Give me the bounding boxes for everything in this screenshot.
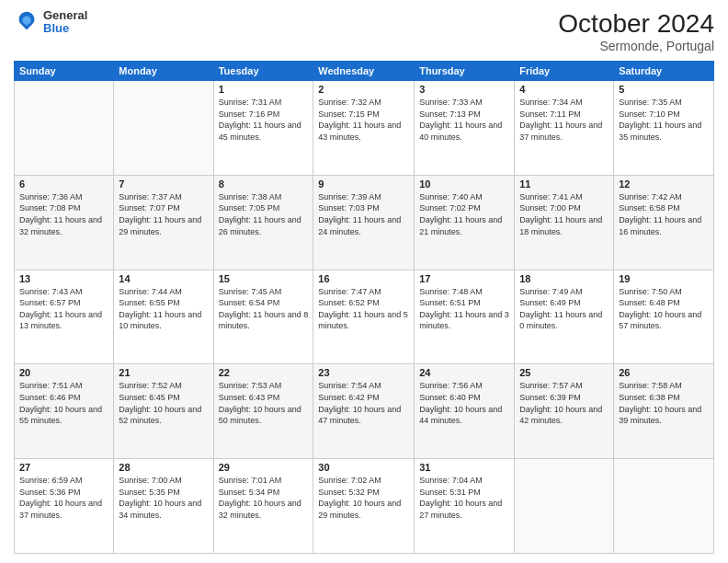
day-number: 8	[219, 178, 309, 190]
cell-1-1: 7Sunrise: 7:37 AM Sunset: 7:07 PM Daylig…	[114, 175, 213, 270]
week-row-3: 20Sunrise: 7:51 AM Sunset: 6:46 PM Dayli…	[15, 364, 714, 459]
cell-2-2: 15Sunrise: 7:45 AM Sunset: 6:54 PM Dayli…	[213, 270, 313, 364]
day-info: Sunrise: 7:31 AM Sunset: 7:16 PM Dayligh…	[219, 97, 309, 143]
logo-blue: Blue	[43, 22, 87, 35]
day-number: 22	[219, 367, 309, 378]
day-info: Sunrise: 7:33 AM Sunset: 7:13 PM Dayligh…	[419, 97, 509, 143]
day-info: Sunrise: 7:58 AM Sunset: 6:38 PM Dayligh…	[619, 380, 709, 426]
col-saturday: Saturday	[614, 62, 714, 81]
day-info: Sunrise: 7:42 AM Sunset: 6:58 PM Dayligh…	[619, 191, 709, 237]
day-number: 27	[19, 462, 108, 473]
day-number: 26	[619, 367, 709, 378]
cell-2-0: 13Sunrise: 7:43 AM Sunset: 6:57 PM Dayli…	[15, 270, 114, 364]
cell-2-5: 18Sunrise: 7:49 AM Sunset: 6:49 PM Dayli…	[515, 270, 614, 364]
day-number: 4	[519, 84, 609, 95]
cell-4-6	[614, 459, 714, 554]
day-number: 23	[318, 367, 409, 378]
day-number: 29	[219, 462, 309, 473]
day-number: 19	[619, 273, 709, 284]
col-friday: Friday	[515, 62, 614, 81]
day-info: Sunrise: 7:00 AM Sunset: 5:35 PM Dayligh…	[119, 475, 208, 521]
col-tuesday: Tuesday	[213, 62, 313, 81]
day-number: 28	[119, 462, 208, 473]
day-info: Sunrise: 7:47 AM Sunset: 6:52 PM Dayligh…	[318, 286, 409, 332]
cell-3-5: 25Sunrise: 7:57 AM Sunset: 6:39 PM Dayli…	[515, 364, 614, 459]
month-title: October 2024	[558, 9, 714, 39]
cell-1-4: 10Sunrise: 7:40 AM Sunset: 7:02 PM Dayli…	[415, 175, 515, 270]
day-number: 30	[318, 462, 409, 473]
cell-4-1: 28Sunrise: 7:00 AM Sunset: 5:35 PM Dayli…	[114, 459, 213, 554]
col-monday: Monday	[114, 62, 213, 81]
day-info: Sunrise: 7:44 AM Sunset: 6:55 PM Dayligh…	[119, 286, 208, 332]
day-number: 13	[19, 273, 108, 284]
day-number: 1	[219, 84, 309, 95]
cell-1-3: 9Sunrise: 7:39 AM Sunset: 7:03 PM Daylig…	[313, 175, 415, 270]
cell-0-0	[15, 81, 114, 176]
cell-3-6: 26Sunrise: 7:58 AM Sunset: 6:38 PM Dayli…	[614, 364, 714, 459]
cell-4-4: 31Sunrise: 7:04 AM Sunset: 5:31 PM Dayli…	[415, 459, 515, 554]
week-row-2: 13Sunrise: 7:43 AM Sunset: 6:57 PM Dayli…	[15, 270, 714, 364]
day-info: Sunrise: 7:40 AM Sunset: 7:02 PM Dayligh…	[419, 191, 509, 237]
day-number: 6	[19, 178, 108, 190]
calendar-table: Sunday Monday Tuesday Wednesday Thursday…	[14, 61, 714, 554]
day-info: Sunrise: 7:53 AM Sunset: 6:43 PM Dayligh…	[219, 380, 309, 426]
day-number: 15	[219, 273, 309, 284]
logo-icon	[14, 9, 40, 35]
day-info: Sunrise: 7:01 AM Sunset: 5:34 PM Dayligh…	[219, 475, 309, 521]
cell-1-0: 6Sunrise: 7:36 AM Sunset: 7:08 PM Daylig…	[15, 175, 114, 270]
cell-4-3: 30Sunrise: 7:02 AM Sunset: 5:32 PM Dayli…	[313, 459, 415, 554]
day-number: 31	[419, 462, 509, 473]
cell-0-3: 2Sunrise: 7:32 AM Sunset: 7:15 PM Daylig…	[313, 81, 415, 176]
cell-1-2: 8Sunrise: 7:38 AM Sunset: 7:05 PM Daylig…	[213, 175, 313, 270]
day-info: Sunrise: 7:57 AM Sunset: 6:39 PM Dayligh…	[519, 380, 609, 426]
logo-general: General	[43, 9, 87, 22]
calendar-header-row: Sunday Monday Tuesday Wednesday Thursday…	[15, 62, 714, 81]
day-number: 21	[119, 367, 208, 378]
day-number: 5	[619, 84, 709, 95]
day-number: 10	[419, 178, 509, 190]
day-number: 16	[318, 273, 409, 284]
day-info: Sunrise: 7:48 AM Sunset: 6:51 PM Dayligh…	[419, 286, 509, 332]
cell-0-2: 1Sunrise: 7:31 AM Sunset: 7:16 PM Daylig…	[213, 81, 313, 176]
day-info: Sunrise: 7:43 AM Sunset: 6:57 PM Dayligh…	[19, 286, 108, 332]
day-number: 24	[419, 367, 509, 378]
day-number: 18	[519, 273, 609, 284]
day-number: 17	[419, 273, 509, 284]
col-wednesday: Wednesday	[313, 62, 415, 81]
cell-2-4: 17Sunrise: 7:48 AM Sunset: 6:51 PM Dayli…	[415, 270, 515, 364]
day-number: 7	[119, 178, 208, 190]
cell-4-5	[515, 459, 614, 554]
cell-3-1: 21Sunrise: 7:52 AM Sunset: 6:45 PM Dayli…	[114, 364, 213, 459]
header: General Blue October 2024 Sermonde, Port…	[14, 9, 714, 53]
day-number: 20	[19, 367, 108, 378]
cell-0-4: 3Sunrise: 7:33 AM Sunset: 7:13 PM Daylig…	[415, 81, 515, 176]
subtitle: Sermonde, Portugal	[558, 39, 714, 53]
logo-text: General Blue	[43, 9, 87, 36]
cell-2-6: 19Sunrise: 7:50 AM Sunset: 6:48 PM Dayli…	[614, 270, 714, 364]
cell-2-3: 16Sunrise: 7:47 AM Sunset: 6:52 PM Dayli…	[313, 270, 415, 364]
cell-3-0: 20Sunrise: 7:51 AM Sunset: 6:46 PM Dayli…	[15, 364, 114, 459]
day-info: Sunrise: 7:04 AM Sunset: 5:31 PM Dayligh…	[419, 475, 509, 521]
day-info: Sunrise: 7:34 AM Sunset: 7:11 PM Dayligh…	[519, 97, 609, 143]
day-number: 25	[519, 367, 609, 378]
cell-2-1: 14Sunrise: 7:44 AM Sunset: 6:55 PM Dayli…	[114, 270, 213, 364]
title-block: October 2024 Sermonde, Portugal	[558, 9, 714, 53]
day-number: 12	[619, 178, 709, 190]
day-number: 3	[419, 84, 509, 95]
calendar-container: General Blue October 2024 Sermonde, Port…	[0, 0, 728, 563]
col-sunday: Sunday	[15, 62, 114, 81]
day-info: Sunrise: 7:50 AM Sunset: 6:48 PM Dayligh…	[619, 286, 709, 332]
cell-3-2: 22Sunrise: 7:53 AM Sunset: 6:43 PM Dayli…	[213, 364, 313, 459]
week-row-0: 1Sunrise: 7:31 AM Sunset: 7:16 PM Daylig…	[15, 81, 714, 176]
day-info: Sunrise: 7:36 AM Sunset: 7:08 PM Dayligh…	[19, 191, 108, 237]
cell-0-1	[114, 81, 213, 176]
day-info: Sunrise: 6:59 AM Sunset: 5:36 PM Dayligh…	[19, 475, 108, 521]
day-info: Sunrise: 7:51 AM Sunset: 6:46 PM Dayligh…	[19, 380, 108, 426]
day-info: Sunrise: 7:38 AM Sunset: 7:05 PM Dayligh…	[219, 191, 309, 237]
day-info: Sunrise: 7:39 AM Sunset: 7:03 PM Dayligh…	[318, 191, 409, 237]
week-row-4: 27Sunrise: 6:59 AM Sunset: 5:36 PM Dayli…	[15, 459, 714, 554]
cell-4-0: 27Sunrise: 6:59 AM Sunset: 5:36 PM Dayli…	[15, 459, 114, 554]
day-info: Sunrise: 7:35 AM Sunset: 7:10 PM Dayligh…	[619, 97, 709, 143]
cell-1-6: 12Sunrise: 7:42 AM Sunset: 6:58 PM Dayli…	[614, 175, 714, 270]
day-info: Sunrise: 7:54 AM Sunset: 6:42 PM Dayligh…	[318, 380, 409, 426]
